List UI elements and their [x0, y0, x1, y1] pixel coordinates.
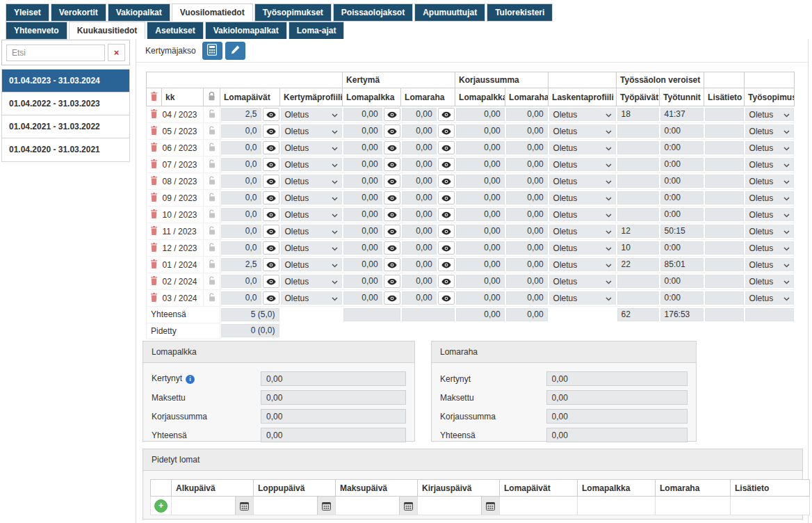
laskentaprofiili-select[interactable]: Oletus	[549, 241, 616, 255]
tab-vakiopalkat[interactable]: Vakiopalkat	[108, 3, 170, 22]
tyosopimus-select[interactable]: Oletus	[745, 225, 794, 238]
unlock-icon[interactable]	[208, 126, 216, 135]
tab-kuukausitiedot[interactable]: Kuukausitiedot	[69, 22, 146, 40]
eye-button[interactable]	[438, 108, 455, 121]
laskentaprofiili-select[interactable]: Oletus	[549, 225, 616, 238]
eye-button[interactable]	[263, 275, 279, 288]
unlock-icon[interactable]	[208, 243, 216, 252]
alkupaiva-input[interactable]	[172, 497, 235, 515]
calculate-button[interactable]	[202, 42, 222, 60]
laskentaprofiili-select[interactable]: Oletus	[549, 175, 616, 188]
kertymaprofiili-select[interactable]: Oletus	[281, 275, 342, 288]
delete-row-icon[interactable]	[150, 226, 158, 235]
loppupaiva-input[interactable]	[254, 497, 317, 515]
eye-button[interactable]	[263, 124, 279, 138]
eye-button[interactable]	[384, 258, 400, 271]
calendar-icon[interactable]	[481, 497, 499, 515]
eye-button[interactable]	[438, 241, 455, 255]
delete-row-icon[interactable]	[150, 159, 158, 168]
unlock-icon[interactable]	[208, 193, 216, 202]
unlock-icon[interactable]	[208, 159, 216, 168]
delete-row-icon[interactable]	[150, 109, 158, 118]
delete-row-icon[interactable]	[150, 143, 158, 152]
eye-button[interactable]	[438, 191, 455, 204]
kirjauspaiva-input[interactable]	[418, 497, 481, 515]
tyosopimus-select[interactable]: Oletus	[745, 291, 794, 305]
tab-yleiset[interactable]: Yleiset	[6, 3, 49, 22]
kertymaprofiili-select[interactable]: Oletus	[281, 225, 342, 238]
eye-button[interactable]	[438, 175, 455, 188]
eye-button[interactable]	[384, 108, 400, 121]
kertymaprofiili-select[interactable]: Oletus	[281, 124, 342, 138]
period-item[interactable]: 01.04.2023 - 31.03.2024	[2, 70, 129, 92]
eye-button[interactable]	[263, 191, 279, 204]
eye-button[interactable]	[384, 291, 400, 305]
tab-vakiolomapalkat[interactable]: Vakiolomapalkat	[205, 22, 287, 40]
unlock-icon[interactable]	[208, 176, 216, 185]
eye-button[interactable]	[384, 124, 400, 138]
calendar-icon[interactable]	[399, 497, 417, 515]
eye-button[interactable]	[384, 241, 400, 255]
add-row-button[interactable]: +	[154, 499, 168, 513]
kertymaprofiili-select[interactable]: Oletus	[281, 158, 342, 171]
eye-button[interactable]	[263, 141, 279, 154]
kertymaprofiili-select[interactable]: Oletus	[281, 141, 342, 154]
edit-button[interactable]	[225, 42, 245, 60]
eye-button[interactable]	[438, 225, 455, 238]
unlock-icon[interactable]	[208, 209, 216, 218]
tab-tyosopimukset[interactable]: Työsopimukset	[254, 3, 332, 22]
tab-verokortit[interactable]: Verokortit	[51, 3, 106, 22]
eye-button[interactable]	[438, 258, 455, 271]
eye-button[interactable]	[438, 141, 455, 154]
info-icon[interactable]: i	[186, 375, 195, 384]
tab-tulorekisteri[interactable]: Tulorekisteri	[487, 3, 553, 22]
eye-button[interactable]	[438, 158, 455, 171]
tab-vuosilomatiedot[interactable]: Vuosilomatiedot	[172, 3, 253, 22]
tab-apumuuttujat[interactable]: Apumuuttujat	[414, 3, 485, 22]
kertymaprofiili-select[interactable]: Oletus	[281, 108, 342, 121]
eye-button[interactable]	[263, 225, 279, 238]
tyosopimus-select[interactable]: Oletus	[745, 175, 794, 188]
eye-button[interactable]	[438, 275, 455, 288]
tyosopimus-select[interactable]: Oletus	[745, 124, 794, 138]
kertymaprofiili-select[interactable]: Oletus	[281, 191, 342, 204]
tyosopimus-select[interactable]: Oletus	[745, 191, 794, 204]
eye-button[interactable]	[384, 175, 400, 188]
kertymaprofiili-select[interactable]: Oletus	[281, 175, 342, 188]
unlock-icon[interactable]	[208, 293, 216, 302]
period-item[interactable]: 01.04.2020 - 31.03.2021	[2, 138, 129, 161]
laskentaprofiili-select[interactable]: Oletus	[549, 108, 616, 121]
unlock-icon[interactable]	[208, 143, 216, 152]
unlock-icon[interactable]	[208, 226, 216, 235]
eye-button[interactable]	[384, 158, 400, 171]
tyosopimus-select[interactable]: Oletus	[745, 208, 794, 221]
tyosopimus-select[interactable]: Oletus	[745, 108, 794, 121]
kertymaprofiili-select[interactable]: Oletus	[281, 258, 342, 271]
tab-yhteenveto[interactable]: Yhteenveto	[6, 22, 67, 40]
tyosopimus-select[interactable]: Oletus	[745, 275, 794, 288]
tyosopimus-select[interactable]: Oletus	[745, 241, 794, 255]
eye-button[interactable]	[263, 158, 279, 171]
laskentaprofiili-select[interactable]: Oletus	[549, 191, 616, 204]
laskentaprofiili-select[interactable]: Oletus	[549, 275, 616, 288]
eye-button[interactable]	[263, 258, 279, 271]
tyosopimus-select[interactable]: Oletus	[745, 258, 794, 271]
lomapaivat-input[interactable]	[500, 497, 577, 515]
delete-row-icon[interactable]	[150, 176, 158, 185]
period-item[interactable]: 01.04.2021 - 31.03.2022	[2, 115, 129, 138]
period-item[interactable]: 01.04.2022 - 31.03.2023	[2, 92, 129, 115]
calendar-icon[interactable]	[317, 497, 335, 515]
laskentaprofiili-select[interactable]: Oletus	[549, 124, 616, 138]
search-input[interactable]	[6, 45, 105, 61]
eye-button[interactable]	[384, 225, 400, 238]
eye-button[interactable]	[384, 141, 400, 154]
tab-poissaolojaksot[interactable]: Poissaolojaksot	[333, 3, 413, 22]
kertymaprofiili-select[interactable]: Oletus	[281, 241, 342, 255]
unlock-icon[interactable]	[208, 109, 216, 118]
maksupaiva-input[interactable]	[336, 497, 399, 515]
laskentaprofiili-select[interactable]: Oletus	[549, 291, 616, 305]
eye-button[interactable]	[384, 208, 400, 221]
eye-button[interactable]	[438, 291, 455, 305]
delete-row-icon[interactable]	[150, 193, 158, 202]
unlock-icon[interactable]	[208, 259, 216, 268]
